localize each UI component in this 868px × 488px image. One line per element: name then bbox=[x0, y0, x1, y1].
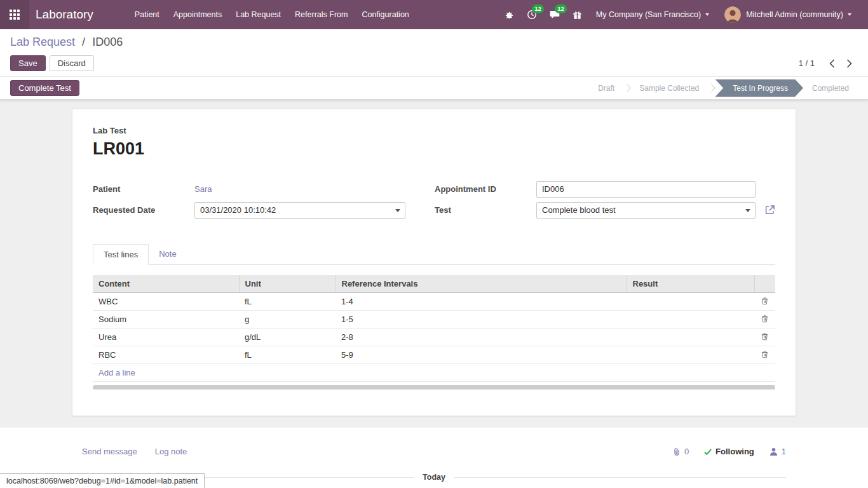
messages-menu[interactable]: 12 bbox=[543, 0, 566, 29]
cell-unit[interactable]: fL bbox=[239, 346, 336, 364]
menu-lab-request[interactable]: Lab Request bbox=[229, 0, 288, 29]
app-brand[interactable]: Laboratory bbox=[29, 8, 102, 22]
patient-link[interactable]: Sara bbox=[194, 184, 212, 194]
apps-grid-icon bbox=[10, 10, 20, 20]
activities-menu[interactable]: 12 bbox=[520, 0, 543, 29]
system-tray: 12 12 bbox=[498, 0, 588, 29]
cell-reference[interactable]: 5-9 bbox=[336, 346, 627, 364]
form-view: Lab Test LR001 Patient Sara Appointment … bbox=[0, 100, 868, 428]
control-panel: Lab Request / ID006 Save Discard 1 / 1 bbox=[0, 29, 868, 76]
table-scrollbar[interactable] bbox=[93, 385, 775, 390]
cell-unit[interactable]: fL bbox=[239, 293, 336, 311]
requested-date-field: Requested Date 03/31/2020 10:10:42 bbox=[93, 201, 407, 219]
status-step-completed[interactable]: Completed bbox=[803, 79, 858, 97]
status-step-sample-collected[interactable]: Sample Collected bbox=[630, 79, 708, 97]
cell-unit[interactable]: g/dL bbox=[239, 329, 336, 346]
cell-result[interactable] bbox=[627, 346, 754, 364]
send-message-button[interactable]: Send message bbox=[82, 447, 137, 456]
message-count-badge: 12 bbox=[555, 4, 567, 13]
cell-content[interactable]: Urea bbox=[93, 329, 239, 346]
following-button[interactable]: Following bbox=[704, 447, 754, 456]
appointment-id-input[interactable] bbox=[536, 181, 756, 198]
gift-menu[interactable] bbox=[566, 0, 588, 29]
table-row[interactable]: Urea g/dL 2-8 bbox=[93, 329, 775, 346]
notebook-tabs: Test lines Note bbox=[93, 244, 775, 265]
cell-reference[interactable]: 1-5 bbox=[336, 311, 627, 329]
cell-result[interactable] bbox=[627, 311, 754, 329]
test-value: Complete blood test bbox=[542, 205, 616, 215]
cell-content[interactable]: WBC bbox=[93, 293, 239, 311]
cell-content[interactable]: RBC bbox=[93, 346, 239, 364]
table-row[interactable]: Sodium g 1-5 bbox=[93, 311, 775, 329]
menu-appointments[interactable]: Appointments bbox=[166, 0, 229, 29]
table-header-row: Content Unit Reference Intervals Result bbox=[93, 275, 775, 293]
cell-reference[interactable]: 2-8 bbox=[336, 329, 627, 346]
form-sheet: Lab Test LR001 Patient Sara Appointment … bbox=[72, 109, 796, 416]
attachment-count: 0 bbox=[684, 447, 689, 456]
menu-referrals-from[interactable]: Referrals From bbox=[288, 0, 355, 29]
delete-row-icon[interactable] bbox=[761, 297, 768, 305]
apps-menu-button[interactable] bbox=[0, 0, 29, 29]
cell-result[interactable] bbox=[627, 329, 754, 346]
delete-row-icon[interactable] bbox=[761, 315, 768, 323]
chevron-down-icon bbox=[395, 209, 400, 212]
gift-icon bbox=[573, 10, 582, 20]
discard-button[interactable]: Discard bbox=[50, 55, 94, 71]
appointment-id-field: Appointment ID bbox=[435, 180, 775, 198]
link-preview-tooltip: localhost:8069/web?debug=1#id=1&model=la… bbox=[0, 473, 205, 488]
add-line-row: Add a line bbox=[93, 364, 775, 382]
test-label: Test bbox=[435, 205, 536, 215]
pager-next-button[interactable] bbox=[841, 57, 858, 71]
action-row: Save Discard 1 / 1 bbox=[10, 55, 858, 71]
test-select[interactable]: Complete blood test bbox=[536, 202, 756, 219]
followers-button[interactable]: 1 bbox=[770, 447, 786, 456]
breadcrumb-separator: / bbox=[82, 36, 85, 48]
breadcrumb-current: ID006 bbox=[92, 36, 123, 48]
following-label: Following bbox=[715, 447, 754, 456]
column-header-reference-intervals[interactable]: Reference Intervals bbox=[336, 275, 627, 293]
patient-field: Patient Sara bbox=[93, 180, 407, 198]
delete-row-icon[interactable] bbox=[761, 332, 768, 341]
company-switcher[interactable]: My Company (San Francisco) bbox=[588, 0, 717, 29]
status-step-test-in-progress[interactable]: Test In Progress bbox=[715, 79, 803, 97]
column-header-content[interactable]: Content bbox=[93, 275, 239, 293]
bug-icon bbox=[505, 10, 514, 20]
log-note-button[interactable]: Log note bbox=[155, 447, 187, 456]
attachments-button[interactable]: 0 bbox=[672, 447, 689, 456]
user-menu[interactable]: Mitchell Admin (community) bbox=[717, 0, 859, 29]
requested-date-select[interactable]: 03/31/2020 10:10:42 bbox=[194, 202, 405, 219]
add-line-link[interactable]: Add a line bbox=[98, 368, 135, 377]
cell-reference[interactable]: 1-4 bbox=[336, 293, 627, 311]
record-title: LR001 bbox=[93, 139, 775, 159]
field-grid: Patient Sara Appointment ID Requested Da… bbox=[93, 180, 775, 219]
external-link-icon bbox=[764, 205, 775, 215]
debug-menu[interactable] bbox=[498, 0, 520, 29]
cell-content[interactable]: Sodium bbox=[93, 311, 239, 329]
cell-result[interactable] bbox=[627, 293, 754, 311]
chevron-down-icon bbox=[745, 209, 750, 212]
status-step-draft[interactable]: Draft bbox=[589, 79, 623, 97]
menu-patient[interactable]: Patient bbox=[128, 0, 166, 29]
test-lines-table: Content Unit Reference Intervals Result … bbox=[93, 275, 775, 382]
table-row[interactable]: WBC fL 1-4 bbox=[93, 293, 775, 311]
open-record-button[interactable] bbox=[764, 205, 775, 215]
status-pipeline: Draft Sample Collected Test In Progress … bbox=[589, 77, 858, 99]
save-button[interactable]: Save bbox=[10, 55, 46, 71]
table-row[interactable]: RBC fL 5-9 bbox=[93, 346, 775, 364]
cell-unit[interactable]: g bbox=[239, 311, 336, 329]
complete-test-button[interactable]: Complete Test bbox=[10, 80, 79, 96]
pager: 1 / 1 bbox=[799, 57, 858, 71]
column-header-result[interactable]: Result bbox=[627, 275, 754, 293]
pager-prev-button[interactable] bbox=[824, 57, 841, 71]
tab-test-lines[interactable]: Test lines bbox=[93, 244, 149, 265]
column-header-actions bbox=[754, 275, 775, 293]
requested-date-label: Requested Date bbox=[93, 205, 194, 215]
column-header-unit[interactable]: Unit bbox=[239, 275, 336, 293]
delete-row-icon[interactable] bbox=[761, 350, 768, 358]
sheet-label: Lab Test bbox=[93, 126, 775, 135]
tab-note[interactable]: Note bbox=[149, 244, 186, 264]
breadcrumb-parent[interactable]: Lab Request bbox=[10, 36, 75, 48]
menu-configuration[interactable]: Configuration bbox=[355, 0, 416, 29]
step-chevron-icon bbox=[623, 84, 631, 92]
main-menu: Patient Appointments Lab Request Referra… bbox=[128, 0, 416, 29]
